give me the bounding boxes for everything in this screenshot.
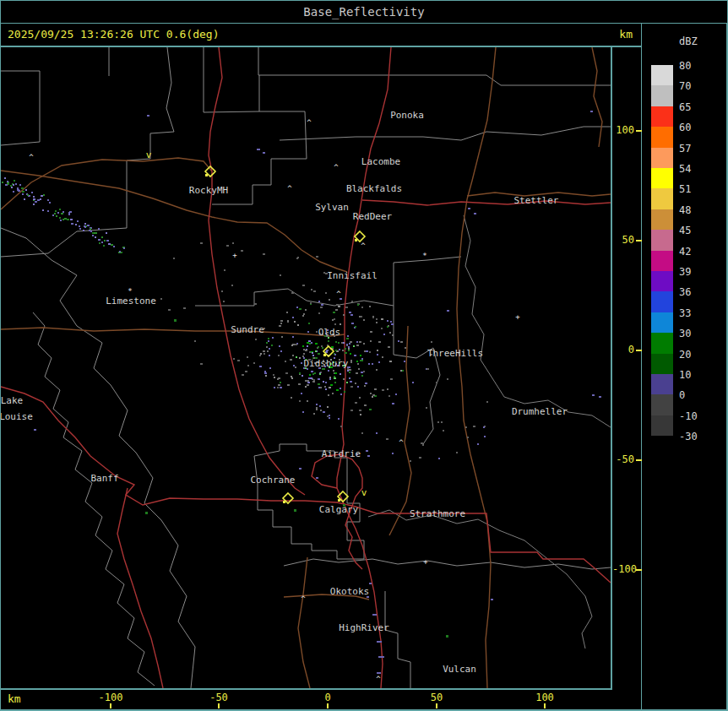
radar-echo-pixel [311,342,312,344]
radar-echo-pixel [160,298,162,300]
radar-echo-pixel [350,360,352,361]
radar-echo-pixel [33,196,35,198]
radar-echo-pixel [392,334,394,336]
radar-echo-pixel [301,362,302,364]
radar-echo-dash [257,149,260,150]
station-v-marker: v [146,149,152,160]
radar-echo-pixel [168,309,171,311]
county-boundary-line [1,228,195,688]
radar-echo-pixel [269,367,271,369]
radar-echo-pixel [305,386,307,388]
colorbar-boundary-label: 42 [679,246,691,258]
colorbar-boundary-label: 80 [679,60,691,72]
highway-line [1,387,337,505]
radar-echo-pixel [57,212,59,214]
city-label: Ponoka [390,110,424,121]
radar-echo-pixel [386,438,388,440]
radar-echo-pixel [346,382,348,383]
radar-echo-pixel [395,393,397,395]
radar-echo-pixel [343,314,345,316]
radar-echo-pixel [253,362,255,364]
county-boundary-line [195,257,461,306]
radar-echo-pixel [264,372,267,374]
radar-echo-pixel [484,436,486,437]
radar-echo-pixel [295,344,297,345]
radar-echo-pixel [361,307,363,308]
colorbar-block [651,148,673,168]
radar-echo-pixel [372,394,375,396]
radar-echo-pixel [340,388,341,389]
radar-echo-pixel [302,345,304,347]
colorbar-unit-label: dBZ [679,35,698,47]
radar-echo-pixel [285,372,288,374]
colorbar-block [651,394,673,415]
radar-echo-pixel [296,258,298,259]
colorbar-block [651,251,673,271]
map-point-marker: ^ [301,594,306,603]
radar-echo-pixel [113,246,115,247]
colorbar-block [651,374,673,394]
radar-echo-pixel [301,393,302,394]
map-point-marker: * [422,252,426,260]
radar-echo-pixel [279,345,280,347]
radar-echo-pixel [59,217,61,219]
radar-echo-pixel [349,312,351,313]
map-point-marker: ^ [334,163,339,171]
radar-echo-pixel [338,418,340,420]
radar-echo-pixel [27,194,29,196]
radar-echo-pixel [280,320,283,322]
bottom-axis-tick-label: 0 [324,692,330,703]
colorbar-block [651,333,673,353]
radar-echo-pixel [274,377,275,378]
colorbar-boundary-label: 60 [679,122,691,133]
radar-echo-pixel [390,321,392,323]
radar-echo-pixel [330,384,333,386]
radar-echo-pixel [4,177,6,179]
radar-echo-pixel [40,198,41,200]
radar-echo-pixel [456,452,458,453]
radar-echo-pixel [49,202,51,204]
radar-echo-pixel [443,430,444,431]
radar-echo-pixel [332,319,334,321]
city-label: Calgary [319,504,359,515]
secondary-road-line [467,47,496,199]
radar-echo-pixel [372,363,373,365]
radar-site-marker [283,493,293,503]
radar-echo-pixel [61,213,63,214]
radar-echo-pixel [382,389,384,391]
colorbar-block [651,271,673,291]
radar-echo-pixel [329,378,331,380]
radar-echo-pixel [233,358,235,360]
radar-echo-pixel [277,387,279,388]
radar-echo-pixel [69,211,72,213]
radar-echo-dash [369,583,372,584]
radar-echo-pixel [441,421,443,423]
colorbar-block [651,291,673,312]
county-boundary-line [254,444,364,559]
radar-echo-pixel [372,396,373,398]
radar-echo-pixel [232,242,234,244]
radar-echo-pixel [278,355,280,356]
radar-echo-pixel [361,432,363,434]
radar-echo-pixel [302,375,303,377]
radar-echo-pixel [309,343,311,345]
radar-echo-pixel [388,346,390,348]
radar-echo-pixel [319,373,321,375]
radar-echo-pixel [83,230,84,231]
radar-echo-pixel [313,379,315,381]
radar-echo-pixel [334,377,336,379]
radar-echo-pixel [364,385,366,387]
radar-echo-pixel [200,242,203,244]
radar-echo-pixel [278,384,280,386]
radar-echo-pixel [123,247,125,249]
radar-echo-pixel [280,274,281,276]
radar-echo-pixel [22,193,24,195]
radar-echo-pixel [376,432,378,434]
radar-echo-pixel [173,258,175,259]
radar-echo-pixel [293,365,295,366]
radar-map-viewport[interactable]: ^^^^^^^^^**+++PonokaLacombeBlackfaldsSyl… [1,47,612,690]
radar-map-canvas[interactable]: ^^^^^^^^^**+++PonokaLacombeBlackfaldsSyl… [1,47,611,688]
radar-echo-pixel [56,215,57,217]
county-boundary-line [1,71,40,145]
status-row: 2025/09/25 13:26:26 UTC 0.6(deg) km [1,24,641,47]
